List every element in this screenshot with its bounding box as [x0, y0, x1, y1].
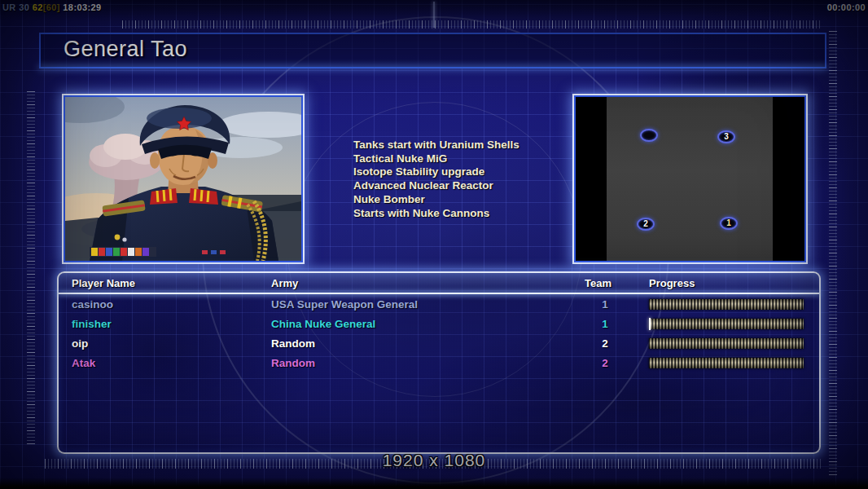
game-timer: 00:00:00: [827, 1, 866, 14]
player-name: oip: [72, 334, 88, 354]
start-position-number: 3: [719, 132, 734, 142]
title-panel: General Tao: [39, 33, 826, 67]
clock-text: 18:03:29: [63, 2, 101, 12]
progress-fill: [649, 358, 804, 368]
ruler-right: [829, 29, 837, 475]
perk-line: Tanks start with Uranium Shells: [353, 139, 590, 152]
portrait-illustration: [65, 97, 301, 261]
player-table-header: Player Name Army Team Progress: [59, 273, 819, 293]
resolution-label: 1920 x 1080: [0, 451, 868, 470]
player-progress-bar: [649, 319, 804, 329]
player-table: Player Name Army Team Progress casinoo U…: [57, 271, 821, 454]
start-position-marker: [640, 129, 658, 142]
player-row: finisher China Nuke General 1: [59, 315, 819, 334]
start-position-number: 2: [638, 219, 653, 229]
perk-line: Starts with Nuke Cannons: [353, 207, 590, 221]
player-progress-bar: [649, 299, 804, 310]
general-portrait: [64, 95, 303, 262]
start-position-marker: 1: [720, 217, 738, 230]
progress-cursor: [649, 318, 651, 330]
perk-line: Isotope Stability upgrade: [353, 165, 590, 179]
bottom-shade: [0, 478, 868, 489]
status-bar: UR 30 62[60] 18:03:29 00:00:00: [0, 0, 868, 15]
progress-fill: [649, 319, 804, 329]
page-title: General Tao: [64, 37, 187, 62]
ruler-top: [122, 20, 821, 29]
player-row: oip Random 2: [59, 334, 819, 354]
general-perk-list: Tanks start with Uranium ShellsTactical …: [353, 139, 590, 220]
player-army: Random: [271, 354, 315, 373]
player-team: 1: [576, 295, 633, 315]
start-position-marker: 2: [637, 218, 655, 231]
progress-fill: [649, 338, 804, 349]
ruler-left: [27, 91, 35, 444]
start-position-marker: 3: [717, 130, 735, 143]
player-rows: casinoo USA Super Weapon General 1 finis…: [59, 295, 819, 373]
column-header-player-name: Player Name: [72, 275, 135, 293]
fps-cap: [60]: [43, 2, 60, 12]
perk-line: Tactical Nuke MiG: [353, 152, 590, 166]
progress-fill: [649, 299, 804, 310]
ribbon-bar: [90, 247, 156, 257]
map-preview: 3 2 1: [574, 95, 806, 262]
column-header-army: Army: [271, 275, 298, 293]
player-row: Atak Random 2: [59, 354, 819, 373]
player-army: USA Super Weapon General: [271, 295, 418, 315]
player-name: Atak: [72, 354, 95, 373]
player-progress-bar: [649, 358, 804, 368]
fps-value: 62: [33, 2, 43, 12]
player-row: casinoo USA Super Weapon General 1: [59, 295, 819, 315]
player-name: finisher: [72, 315, 112, 334]
start-position-number: 1: [721, 218, 736, 228]
player-army: China Nuke General: [271, 315, 375, 334]
player-army: Random: [271, 334, 315, 354]
meta-label: UR 30: [2, 2, 29, 12]
debug-stats: UR 30 62[60] 18:03:29: [2, 1, 102, 14]
perk-line: Nuke Bomber: [353, 193, 590, 207]
column-header-team: Team: [585, 275, 612, 293]
header-separator: [59, 293, 819, 294]
player-progress-bar: [649, 338, 804, 349]
chest-pins: [202, 250, 226, 254]
player-team: 2: [576, 354, 633, 373]
perk-line: Advanced Nuclear Reactor: [353, 179, 590, 193]
column-header-progress: Progress: [649, 275, 695, 293]
player-team: 1: [576, 315, 633, 334]
player-team: 2: [576, 334, 633, 354]
player-name: casinoo: [72, 295, 113, 315]
map-terrain: [607, 97, 773, 261]
loading-screen: UR 30 62[60] 18:03:29 00:00:00 General T…: [0, 0, 868, 489]
